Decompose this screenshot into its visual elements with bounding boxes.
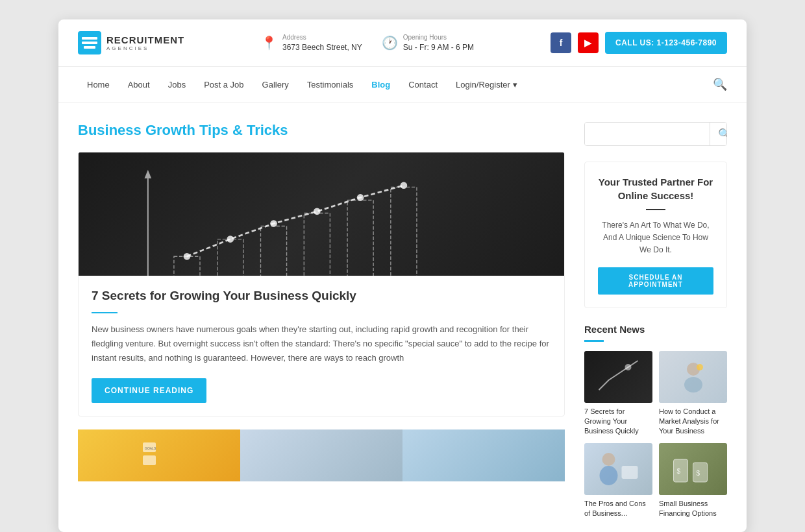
office-meeting-icon bbox=[584, 443, 652, 495]
svg-text:$: $ bbox=[677, 468, 681, 475]
navigation: Home About Jobs Post a Job Gallery Testi… bbox=[58, 67, 747, 103]
partner-title: Your Trusted Partner For Online Success! bbox=[598, 175, 713, 202]
svg-rect-7 bbox=[304, 213, 330, 276]
logo-main: RECRUITMENT bbox=[106, 34, 184, 45]
news-label-1: 7 Secrets for Growing Your Business Quic… bbox=[584, 407, 652, 437]
article-thumb-office bbox=[240, 429, 402, 481]
address-info: 📍 Address 3673 Beech Street, NY bbox=[261, 34, 362, 53]
svg-point-15 bbox=[401, 182, 408, 189]
facebook-button[interactable]: f bbox=[551, 32, 571, 53]
bottom-article-2 bbox=[240, 429, 402, 481]
article-thumb-yellow: GOALS bbox=[78, 429, 240, 481]
recent-news-title: Recent News bbox=[584, 324, 727, 335]
news-item-4[interactable]: $ $ Small Business Financing Options bbox=[659, 443, 727, 519]
news-grid: 7 Secrets for Growing Your Business Quic… bbox=[584, 351, 727, 519]
header-right: f ▶ CALL US: 1-123-456-7890 bbox=[551, 32, 727, 54]
recent-news: Recent News 7 Secret bbox=[584, 324, 727, 519]
article-title: 7 Secrets for Growing Your Business Quic… bbox=[92, 289, 551, 303]
hours-label: Opening Hours bbox=[403, 34, 474, 41]
svg-text:$: $ bbox=[697, 470, 700, 477]
news-thumb-3 bbox=[584, 443, 652, 495]
svg-point-12 bbox=[270, 220, 277, 227]
person-thinking-icon bbox=[677, 357, 710, 396]
nav-search-icon[interactable]: 🔍 bbox=[713, 67, 727, 102]
logo: RECRUITMENT AGENCIES bbox=[78, 31, 184, 54]
nav-about[interactable]: About bbox=[119, 69, 159, 100]
content-area: Business Growth Tips & Tricks bbox=[78, 122, 565, 519]
svg-rect-5 bbox=[217, 239, 243, 276]
youtube-button[interactable]: ▶ bbox=[578, 32, 599, 53]
news-thumb-1 bbox=[584, 351, 652, 403]
svg-rect-9 bbox=[391, 187, 417, 276]
partner-divider bbox=[646, 209, 665, 210]
svg-rect-28 bbox=[674, 459, 688, 482]
search-button[interactable]: 🔍 bbox=[710, 123, 727, 145]
money-jars-icon: $ $ bbox=[659, 443, 727, 495]
article-excerpt: New business owners have numerous goals … bbox=[92, 322, 551, 365]
svg-rect-19 bbox=[143, 455, 156, 465]
svg-rect-27 bbox=[622, 466, 638, 479]
logo-icon bbox=[78, 31, 101, 54]
svg-rect-8 bbox=[347, 200, 373, 276]
article-body: 7 Secrets for Growing Your Business Quic… bbox=[79, 276, 564, 416]
schedule-button[interactable]: SCHEDULE AN APPOINTMENT bbox=[598, 267, 713, 295]
goals-icon: GOALS bbox=[140, 439, 179, 472]
nav-contact[interactable]: Contact bbox=[399, 69, 447, 100]
news-label-2: How to Conduct a Market Analysis for You… bbox=[659, 407, 727, 437]
news-item-3[interactable]: The Pros and Cons of Business... bbox=[584, 443, 652, 519]
svg-rect-16 bbox=[434, 275, 452, 276]
news-label-4: Small Business Financing Options bbox=[659, 499, 727, 519]
svg-text:GOALS: GOALS bbox=[145, 446, 156, 450]
bottom-articles: GOALS bbox=[78, 429, 565, 481]
svg-point-25 bbox=[602, 453, 615, 466]
nav-login-register[interactable]: Login/Register ▾ bbox=[447, 69, 526, 100]
address-label: Address bbox=[282, 34, 362, 41]
svg-marker-3 bbox=[145, 170, 152, 178]
logo-sub: AGENCIES bbox=[106, 45, 184, 51]
partner-text: There's An Art To What We Do, And A Uniq… bbox=[598, 219, 713, 257]
nav-blog[interactable]: Blog bbox=[362, 69, 399, 100]
location-icon: 📍 bbox=[261, 35, 277, 51]
news-thumb-4: $ $ bbox=[659, 443, 727, 495]
article-card: 7 Secrets for Growing Your Business Quic… bbox=[78, 152, 565, 417]
search-input[interactable] bbox=[585, 123, 710, 145]
nav-post-a-job[interactable]: Post a Job bbox=[195, 69, 253, 100]
header: RECRUITMENT AGENCIES 📍 Address 3673 Beec… bbox=[58, 19, 747, 67]
news-label-3: The Pros and Cons of Business... bbox=[584, 499, 652, 519]
svg-point-10 bbox=[184, 253, 191, 260]
nav-jobs[interactable]: Jobs bbox=[159, 69, 195, 100]
nav-gallery[interactable]: Gallery bbox=[253, 69, 298, 100]
svg-rect-29 bbox=[693, 463, 708, 482]
nav-testimonials[interactable]: Testimonials bbox=[298, 69, 363, 100]
main-window: RECRUITMENT AGENCIES 📍 Address 3673 Beec… bbox=[58, 19, 747, 532]
logo-text: RECRUITMENT AGENCIES bbox=[106, 34, 184, 51]
svg-point-21 bbox=[625, 364, 632, 370]
news-chart-icon bbox=[584, 351, 652, 403]
continue-reading-button[interactable]: CONTINUE READING bbox=[92, 378, 206, 403]
hours-value: Su - Fr: 9 AM - 6 PM bbox=[403, 43, 474, 52]
article-divider bbox=[92, 312, 118, 313]
chalkboard-bg bbox=[79, 152, 564, 276]
bottom-article-1: GOALS bbox=[78, 429, 240, 481]
svg-point-23 bbox=[684, 377, 702, 393]
call-button[interactable]: CALL US: 1-123-456-7890 bbox=[605, 32, 727, 54]
header-info: 📍 Address 3673 Beech Street, NY 🕐 Openin… bbox=[197, 34, 538, 53]
page-title: Business Growth Tips & Tricks bbox=[78, 122, 565, 139]
article-thumb-business bbox=[402, 429, 565, 481]
hours-info: 🕐 Opening Hours Su - Fr: 9 AM - 6 PM bbox=[382, 34, 474, 53]
address-value: 3673 Beech Street, NY bbox=[282, 43, 362, 52]
recent-news-divider bbox=[584, 340, 604, 342]
clock-icon: 🕐 bbox=[382, 35, 398, 51]
news-thumb-2 bbox=[659, 351, 727, 403]
article-image bbox=[79, 152, 564, 276]
news-item-2[interactable]: How to Conduct a Market Analysis for You… bbox=[659, 351, 727, 437]
bottom-article-3 bbox=[402, 429, 565, 481]
nav-home[interactable]: Home bbox=[78, 69, 119, 100]
svg-point-26 bbox=[600, 466, 618, 485]
search-box: 🔍 bbox=[584, 122, 727, 146]
news-item-1[interactable]: 7 Secrets for Growing Your Business Quic… bbox=[584, 351, 652, 437]
svg-point-24 bbox=[697, 364, 703, 370]
svg-point-11 bbox=[227, 236, 234, 243]
svg-point-14 bbox=[357, 194, 364, 201]
chalk-chart-svg bbox=[79, 152, 564, 276]
